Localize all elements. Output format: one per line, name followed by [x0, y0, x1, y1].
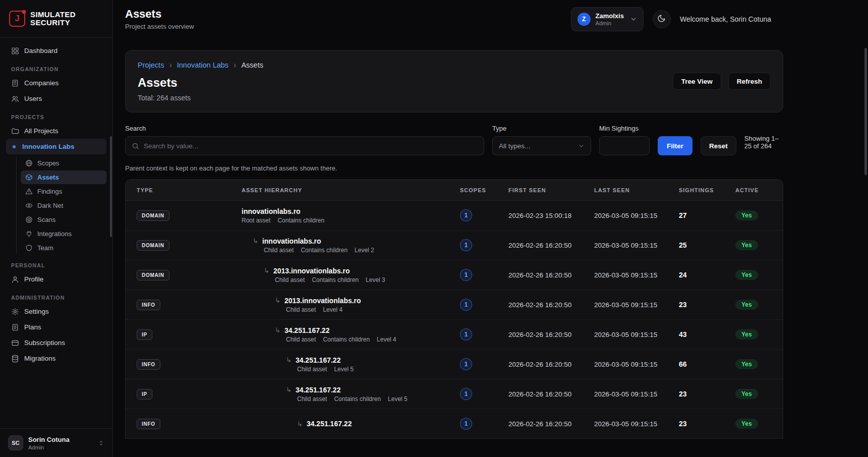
account-switcher[interactable]: Z Zamolxis Admin — [571, 7, 644, 31]
sidebar-item-dashboard[interactable]: Dashboard — [6, 43, 106, 59]
asset-meta: Child assetContains childrenLevel 4 — [286, 336, 460, 343]
scope-count-badge: 1 — [460, 388, 472, 400]
sightings-value: 24 — [679, 271, 735, 279]
sidebar-item-label: Integrations — [37, 230, 72, 238]
chevron-right-icon: › — [169, 61, 171, 70]
asset-name[interactable]: 34.251.167.22 — [296, 356, 341, 364]
last-seen-value: 2026-03-05 09:15:15 — [594, 420, 679, 428]
type-badge: IP — [137, 389, 152, 399]
type-badge: DOMAIN — [137, 240, 169, 251]
table-row[interactable]: IP ↳ 34.251.167.22 Child assetContains c… — [126, 379, 783, 409]
sidebar-item-plans[interactable]: Plans — [6, 319, 106, 335]
header-title-block: Assets Project assets overview — [125, 8, 194, 30]
folder-icon — [11, 127, 19, 135]
context-note: Parent context is kept on each page for … — [125, 164, 783, 172]
sidebar-item-label: Subscriptions — [24, 339, 65, 347]
sidebar-item-settings[interactable]: Settings — [6, 304, 106, 319]
main-content: Projects › Innovation Labs › Assets Asse… — [113, 38, 868, 457]
main-region: Assets Project assets overview Z Zamolxi… — [113, 0, 868, 457]
scope-count-badge: 1 — [460, 269, 472, 281]
sidebar-item-label: Companies — [24, 79, 59, 87]
asset-meta: Child assetLevel 4 — [286, 306, 460, 313]
sidebar-item-assets[interactable]: Assets — [21, 170, 106, 184]
sidebar-user-menu[interactable]: SC Sorin Cotuna Admin — [0, 428, 112, 457]
last-seen-value: 2026-03-05 09:15:15 — [594, 361, 679, 368]
gear-icon — [11, 308, 19, 316]
first-seen-value: 2026-02-26 16:20:50 — [508, 420, 594, 428]
asset-name[interactable]: 34.251.167.22 — [284, 326, 330, 334]
type-group: Type All types... — [492, 125, 591, 155]
sidebar-item-innovation-labs[interactable]: Innovation Labs — [6, 139, 106, 154]
sidebar-item-all-projects[interactable]: All Projects — [6, 123, 106, 139]
page-header-card: Projects › Innovation Labs › Assets Asse… — [125, 50, 783, 112]
sidebar-item-profile[interactable]: Profile — [6, 271, 106, 287]
table-row[interactable]: INFO ↳ 2013.innovationlabs.ro Child asse… — [126, 290, 783, 320]
sidebar-item-users[interactable]: Users — [6, 91, 106, 106]
breadcrumb-projects[interactable]: Projects — [138, 61, 164, 69]
database-icon — [11, 355, 19, 363]
sidebar-item-label: Findings — [37, 188, 62, 195]
sidebar-item-team[interactable]: Team — [21, 241, 106, 255]
tree-view-button[interactable]: Tree View — [673, 73, 721, 90]
table-row[interactable]: IP ↳ 34.251.167.22 Child assetContains c… — [126, 320, 783, 350]
sidebar-item-integrations[interactable]: Integrations — [21, 227, 106, 241]
page-title: Assets — [138, 76, 263, 90]
moon-icon — [657, 14, 666, 24]
asset-name[interactable]: 34.251.167.22 — [296, 386, 341, 394]
page-header-actions: Tree View Refresh — [673, 73, 771, 90]
scope-count-badge: 1 — [460, 358, 472, 370]
min-sightings-input[interactable] — [599, 136, 650, 155]
asset-name[interactable]: innovationlabs.ro — [242, 207, 301, 215]
asset-meta-item: Level 4 — [377, 336, 396, 343]
column-header-last-seen: LAST SEEN — [594, 187, 679, 193]
search-group: Search — [125, 125, 484, 155]
avatar: SC — [8, 435, 23, 450]
refresh-button[interactable]: Refresh — [728, 73, 771, 90]
indent-arrow-icon: ↳ — [297, 420, 303, 428]
chevron-down-icon — [578, 143, 585, 149]
table-row[interactable]: DOMAIN ↳ innovationlabs.ro Child assetCo… — [126, 231, 783, 260]
reset-button[interactable]: Reset — [701, 136, 736, 155]
type-badge: IP — [137, 329, 152, 340]
sidebar-item-scans[interactable]: Scans — [21, 213, 106, 226]
active-badge: Yes — [735, 300, 758, 310]
type-badge: INFO — [137, 300, 160, 310]
sidebar-scrollbar[interactable] — [110, 136, 112, 237]
chevron-down-icon — [630, 16, 637, 23]
page-scrollbar[interactable] — [864, 48, 867, 175]
sidebar-item-label: Settings — [24, 308, 49, 315]
theme-toggle-button[interactable] — [653, 10, 671, 28]
filter-button[interactable]: Filter — [658, 136, 692, 155]
sidebar-item-label: Innovation Labs — [22, 143, 75, 150]
indent-arrow-icon: ↳ — [264, 267, 269, 274]
asset-name[interactable]: 34.251.167.22 — [307, 420, 352, 428]
type-select[interactable]: All types... — [492, 136, 591, 155]
filters-bar: Search Type All types... — [125, 125, 783, 155]
asset-name[interactable]: 2013.innovationlabs.ro — [284, 297, 361, 305]
sidebar-item-migrations[interactable]: Migrations — [6, 351, 106, 366]
brand-logo[interactable]: J SIMULATED SECURITY — [0, 0, 112, 38]
table-row[interactable]: INFO ↳ 34.251.167.22 1 2026-02-26 16:20:… — [126, 409, 783, 439]
page-header-left: Projects › Innovation Labs › Assets Asse… — [138, 61, 263, 102]
sidebar-item-findings[interactable]: Findings — [21, 185, 106, 198]
sidebar-item-dark-net[interactable]: Dark Net — [21, 199, 106, 212]
indent-arrow-icon: ↳ — [275, 326, 280, 334]
asset-meta-item: Child asset — [297, 395, 327, 403]
eye-icon — [25, 202, 33, 209]
sidebar: J SIMULATED SECURITY Dashboard ORGANIZAT… — [0, 0, 113, 457]
sidebar-item-companies[interactable]: Companies — [6, 75, 106, 91]
sidebar-item-scopes[interactable]: Scopes — [21, 156, 106, 170]
indent-arrow-icon: ↳ — [275, 297, 280, 304]
header-title: Assets — [125, 8, 194, 21]
asset-name[interactable]: innovationlabs.ro — [262, 237, 321, 245]
package-icon — [25, 174, 33, 181]
table-row[interactable]: DOMAIN ↳ 2013.innovationlabs.ro Child as… — [126, 260, 783, 290]
breadcrumb-innovation-labs[interactable]: Innovation Labs — [177, 61, 228, 69]
asset-meta-item: Level 4 — [323, 306, 342, 313]
table-row[interactable]: DOMAIN ↳ innovationlabs.ro Root assetCon… — [126, 201, 783, 231]
search-input[interactable] — [126, 137, 484, 155]
asset-meta-item: Contains children — [277, 217, 324, 224]
table-row[interactable]: INFO ↳ 34.251.167.22 Child assetLevel 5 … — [126, 350, 783, 379]
sidebar-item-subscriptions[interactable]: Subscriptions — [6, 335, 106, 351]
asset-name[interactable]: 2013.innovationlabs.ro — [273, 267, 350, 275]
